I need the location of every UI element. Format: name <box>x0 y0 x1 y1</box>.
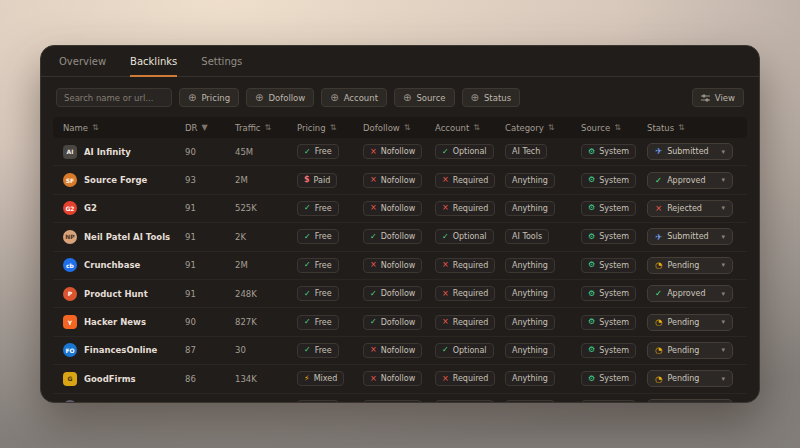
column-header-traffic[interactable]: Traffic⇅ <box>225 123 287 133</box>
status-dropdown[interactable]: ◔ Pending ▾ <box>647 370 733 387</box>
traffic-value: 134K <box>225 374 287 384</box>
site-logo: GW <box>63 400 77 403</box>
tab-settings[interactable]: Settings <box>201 56 242 76</box>
column-header-status[interactable]: Status⇅ <box>637 123 747 133</box>
dr-value: 87 <box>175 345 225 355</box>
tab-backlinks[interactable]: Backlinks <box>130 56 177 77</box>
status-dropdown[interactable]: ✓ Approved ▾ <box>647 172 733 189</box>
filter-chip-label: Source <box>416 93 445 103</box>
filter-chip-status[interactable]: ⊕ Status <box>462 88 520 107</box>
gear-icon: ⚙ <box>588 375 595 383</box>
column-header-pricing[interactable]: Pricing⇅ <box>287 123 353 133</box>
table-row[interactable]: G GoodFirms 86 134K ⚡ Mixed × Nofollow ×… <box>53 365 747 393</box>
pricing-icon: ✓ <box>304 318 311 326</box>
table-row[interactable]: FO FinancesOnline 87 30 ✓ Free × Nofollo… <box>53 337 747 365</box>
page-background: Overview Backlinks Settings ⊕ Pricing ⊕ … <box>0 0 800 448</box>
site-name: GoodFirms <box>84 374 136 384</box>
site-name: Hacker News <box>84 317 146 327</box>
site-logo: Y <box>63 315 77 329</box>
filter-chip-dofollow[interactable]: ⊕ Dofollow <box>246 88 314 107</box>
status-icon: ✈ <box>655 147 662 156</box>
dofollow-badge: ✓ Dofollow <box>363 315 422 330</box>
dofollow-badge: × Nofollow <box>363 343 422 358</box>
sort-icon: ⇅ <box>473 123 480 132</box>
table-row[interactable]: G2 G2 91 525K ✓ Free × Nofollow × Requir… <box>53 195 747 223</box>
table-row[interactable]: GW GeekWire 76 74K ✓ Free × Nofollow ✓ O… <box>53 394 747 403</box>
account-badge: × Required <box>435 258 495 273</box>
column-header-account[interactable]: Account⇅ <box>425 123 495 133</box>
dr-value: 91 <box>175 203 225 213</box>
source-badge: ⚙ System <box>581 343 636 358</box>
sort-icon: ⇅ <box>678 123 685 132</box>
status-dropdown[interactable]: ✓ Approved ▾ <box>647 285 733 302</box>
gear-icon: ⚙ <box>588 346 595 354</box>
status-dropdown[interactable]: ◔ Pending ▾ <box>647 314 733 331</box>
search-input[interactable] <box>56 88 172 107</box>
view-button-label: View <box>715 93 735 103</box>
account-icon: × <box>442 261 449 269</box>
pricing-icon: ✓ <box>304 290 311 298</box>
source-badge: ⚙ System <box>581 286 636 301</box>
site-name: AI Infinity <box>84 147 131 157</box>
gear-icon: ⚙ <box>588 233 595 241</box>
dofollow-icon: ✓ <box>370 233 377 241</box>
dr-value: 91 <box>175 232 225 242</box>
dofollow-badge: × Nofollow <box>363 371 422 386</box>
account-icon: ✓ <box>442 148 449 156</box>
status-icon: ✈ <box>655 233 662 242</box>
status-icon: ◔ <box>655 375 662 384</box>
dofollow-badge: ✓ Dofollow <box>363 229 422 244</box>
table-header: Name⇅ DR▼ Traffic⇅ Pricing⇅ Dofollow⇅ Ac… <box>53 117 747 138</box>
tab-overview[interactable]: Overview <box>59 56 106 76</box>
view-button[interactable]: View <box>692 88 744 107</box>
chevron-down-icon: ▾ <box>721 233 725 241</box>
column-header-category[interactable]: Category⇅ <box>495 123 571 133</box>
status-dropdown[interactable]: × Rejected ▾ <box>647 200 733 217</box>
pricing-icon: ⚡ <box>304 375 310 383</box>
sort-icon: ⇅ <box>330 123 337 132</box>
column-header-dr[interactable]: DR▼ <box>175 123 225 133</box>
pricing-badge: ✓ Free <box>297 229 339 244</box>
sort-icon: ⇅ <box>404 123 411 132</box>
filter-chip-source[interactable]: ⊕ Source <box>394 88 455 107</box>
site-logo: FO <box>63 343 77 357</box>
table-row[interactable]: Y Hacker News 90 827K ✓ Free ✓ Dofollow … <box>53 308 747 336</box>
filter-chip-label: Pricing <box>201 93 230 103</box>
dofollow-icon: × <box>370 346 377 354</box>
traffic-value: 45M <box>225 147 287 157</box>
dofollow-badge: × Nofollow <box>363 400 422 403</box>
source-badge: ⚙ System <box>581 229 636 244</box>
status-icon: ✓ <box>655 176 662 185</box>
status-dropdown[interactable]: ◔ Pending ▾ <box>647 342 733 359</box>
account-badge: × Required <box>435 173 495 188</box>
dofollow-badge: ✓ Dofollow <box>363 286 422 301</box>
sort-icon: ⇅ <box>265 123 272 132</box>
sliders-icon <box>701 94 710 102</box>
dr-value: 90 <box>175 317 225 327</box>
category-badge: Anything <box>505 201 555 216</box>
traffic-value: 827K <box>225 317 287 327</box>
plus-circle-icon: ⊕ <box>330 93 338 103</box>
pricing-icon: ✓ <box>304 148 311 156</box>
column-header-name[interactable]: Name⇅ <box>53 123 175 133</box>
status-dropdown[interactable]: ◔ Pending ▾ <box>647 399 733 403</box>
status-dropdown[interactable]: ✈ Submitted ▾ <box>647 143 733 160</box>
table-row[interactable]: NP Neil Patel AI Tools 91 2K ✓ Free ✓ Do… <box>53 223 747 251</box>
dofollow-badge: × Nofollow <box>363 201 422 216</box>
source-badge: ⚙ System <box>581 173 636 188</box>
table-row[interactable]: P Product Hunt 91 248K ✓ Free ✓ Dofollow… <box>53 280 747 308</box>
table-row[interactable]: AI AI Infinity 90 45M ✓ Free × Nofollow … <box>53 138 747 166</box>
status-dropdown[interactable]: ◔ Pending ▾ <box>647 257 733 274</box>
dofollow-icon: × <box>370 176 377 184</box>
table-row[interactable]: SF Source Forge 93 2M $ Paid × Nofollow … <box>53 166 747 194</box>
column-header-dofollow[interactable]: Dofollow⇅ <box>353 123 425 133</box>
status-dropdown[interactable]: ✈ Submitted ▾ <box>647 228 733 245</box>
pricing-badge: ✓ Free <box>297 201 339 216</box>
pricing-badge: ✓ Free <box>297 400 339 403</box>
table-row[interactable]: cb Crunchbase 91 2M ✓ Free × Nofollow × … <box>53 252 747 280</box>
filter-chip-pricing[interactable]: ⊕ Pricing <box>179 88 239 107</box>
filter-chip-account[interactable]: ⊕ Account <box>321 88 387 107</box>
column-header-source[interactable]: Source⇅ <box>571 123 637 133</box>
site-name: Crunchbase <box>84 260 140 270</box>
plus-circle-icon: ⊕ <box>471 93 479 103</box>
